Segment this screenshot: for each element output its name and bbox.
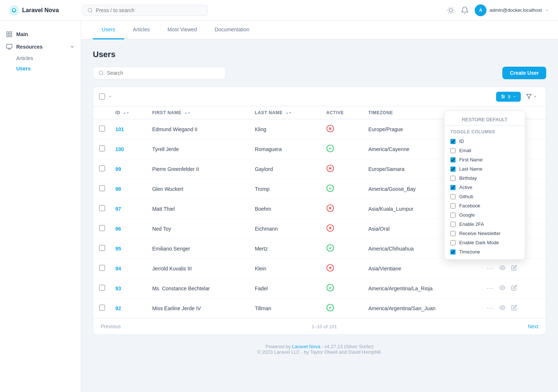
tab-articles[interactable]: Articles (124, 21, 159, 39)
toggle-column-item[interactable]: Active (444, 183, 525, 192)
table-card: 9 (93, 87, 546, 335)
row-checkbox[interactable] (99, 185, 105, 191)
row-checkbox[interactable] (99, 205, 105, 211)
user-id-link[interactable]: 99 (115, 166, 121, 172)
toggle-column-checkbox[interactable] (450, 240, 456, 245)
toggle-column-item[interactable]: Enable Dark Mode (444, 238, 525, 247)
th-id[interactable]: ID ▲▼ (110, 106, 147, 119)
row-checkbox[interactable] (99, 245, 105, 251)
row-view-button[interactable] (498, 303, 507, 313)
row-edit-button[interactable] (510, 303, 519, 313)
sidebar-resources-toggle[interactable]: Resources (0, 41, 81, 53)
toggle-column-checkbox[interactable] (450, 194, 456, 199)
row-checkbox[interactable] (99, 126, 105, 132)
toggle-column-checkbox[interactable] (450, 176, 456, 181)
previous-page-button[interactable]: Previous (101, 323, 121, 329)
toggle-column-label: Email (459, 148, 471, 153)
toggle-column-item[interactable]: First Name (444, 155, 525, 164)
search-field-wrap[interactable] (93, 67, 226, 79)
svg-rect-14 (10, 32, 12, 34)
row-checkbox-cell (93, 239, 110, 259)
toggle-column-label: Google (459, 212, 475, 218)
resources-icon (6, 43, 13, 50)
svg-point-1 (13, 8, 15, 11)
th-last-name[interactable]: LAST NAME ▲▼ (250, 106, 321, 119)
toggle-column-item[interactable]: ID (444, 137, 525, 146)
search-input[interactable] (107, 70, 220, 76)
next-page-button[interactable]: Next (528, 323, 538, 329)
th-first-name[interactable]: FIRST NAME ▲▼ (147, 106, 250, 119)
row-view-button[interactable] (498, 283, 507, 293)
toggle-column-item[interactable]: Email (444, 146, 525, 155)
theme-icon[interactable] (447, 6, 455, 14)
global-search-input[interactable] (96, 7, 203, 13)
toggle-column-checkbox[interactable] (450, 185, 456, 190)
select-all-checkbox[interactable] (99, 94, 105, 99)
user-id-link[interactable]: 101 (115, 126, 124, 132)
row-edit-button[interactable] (510, 263, 519, 273)
row-more-button[interactable]: ··· (485, 283, 495, 294)
svg-marker-28 (526, 94, 531, 99)
toggle-column-checkbox[interactable] (450, 222, 456, 227)
user-id-link[interactable]: 93 (115, 286, 121, 291)
row-more-button[interactable]: ··· (485, 263, 495, 274)
tab-documentation[interactable]: Documentation (206, 21, 258, 39)
user-id-link[interactable]: 96 (115, 226, 121, 232)
user-id-link[interactable]: 92 (115, 305, 121, 311)
row-timezone: America/Argentina/La_Rioja (363, 279, 480, 298)
restore-default-button[interactable]: RESTORE DEFAULT (444, 114, 525, 126)
row-view-button[interactable] (498, 263, 507, 273)
toggle-column-checkbox[interactable] (450, 167, 456, 172)
global-search[interactable] (83, 5, 208, 16)
toggle-column-item[interactable]: Receive Newsletter (444, 229, 525, 238)
row-checkbox-cell (93, 119, 110, 139)
row-checkbox[interactable] (99, 165, 105, 171)
user-id-link[interactable]: 100 (115, 146, 124, 152)
toggle-column-checkbox[interactable] (450, 231, 456, 236)
row-first-name: Ned Toy (147, 219, 250, 239)
toggle-column-item[interactable]: Timezone (444, 247, 525, 256)
select-all-chevron-icon[interactable] (108, 94, 112, 99)
toggle-column-label: Github (459, 194, 473, 199)
toggle-column-item[interactable]: Github (444, 192, 525, 201)
filter-icon (526, 94, 532, 99)
user-id-link[interactable]: 98 (115, 186, 121, 192)
app-logo[interactable]: Laravel Nova (9, 5, 83, 15)
tab-users[interactable]: Users (93, 21, 124, 39)
columns-button[interactable]: 9 (496, 92, 521, 102)
toggle-column-checkbox[interactable] (450, 157, 456, 162)
toggle-column-item[interactable]: Google (444, 210, 525, 220)
toggle-column-checkbox[interactable] (450, 249, 456, 255)
row-last-name: Gaylord (250, 159, 321, 179)
toggle-column-item[interactable]: Birthday (444, 174, 525, 183)
toggle-column-item[interactable]: Last Name (444, 164, 525, 174)
sidebar-item-articles[interactable]: Articles (16, 53, 81, 63)
row-edit-button[interactable] (510, 283, 519, 293)
user-id-link[interactable]: 94 (115, 266, 121, 272)
user-id-link[interactable]: 95 (115, 246, 121, 252)
toggle-column-checkbox[interactable] (450, 203, 456, 209)
user-menu[interactable]: A admin@docker.localhost (475, 4, 549, 16)
toggle-column-checkbox[interactable] (450, 213, 456, 218)
footer-nova-link[interactable]: Laravel Nova (292, 344, 321, 349)
tab-most-viewed[interactable]: Most Viewed (158, 21, 206, 39)
notifications-icon[interactable] (461, 6, 469, 14)
row-checkbox[interactable] (99, 146, 105, 151)
toggle-column-checkbox[interactable] (450, 139, 456, 144)
create-user-button[interactable]: Create User (502, 67, 546, 79)
row-checkbox[interactable] (99, 265, 105, 271)
row-checkbox[interactable] (99, 285, 105, 291)
sidebar-item-main[interactable]: Main (0, 28, 81, 41)
row-checkbox[interactable] (99, 225, 105, 231)
row-more-button[interactable]: ··· (485, 303, 495, 314)
row-id: 95 (110, 239, 147, 259)
toggle-column-checkbox[interactable] (450, 148, 456, 153)
row-checkbox[interactable] (99, 305, 105, 311)
toggle-column-item[interactable]: Enable 2FA (444, 220, 525, 229)
user-id-link[interactable]: 97 (115, 206, 121, 212)
toggle-column-item[interactable]: Facebook (444, 201, 525, 210)
svg-rect-13 (7, 32, 8, 34)
sidebar-item-users[interactable]: Users (16, 63, 81, 74)
svg-line-21 (102, 74, 103, 75)
filter-button[interactable] (523, 91, 540, 102)
